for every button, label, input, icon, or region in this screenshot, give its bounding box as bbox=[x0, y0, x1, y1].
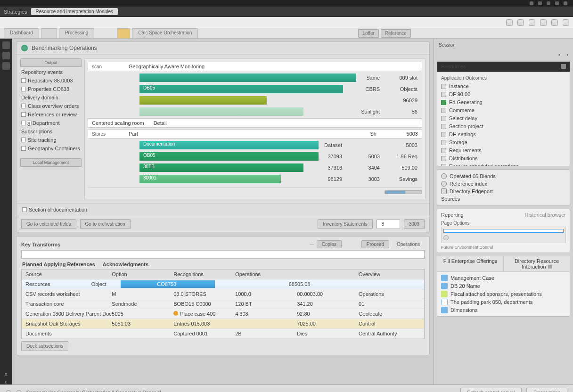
subtab[interactable]: Acknowledgments bbox=[103, 261, 148, 267]
doc-tab[interactable]: Calc Space Orchestration bbox=[132, 28, 198, 38]
tree-item[interactable]: Select delay bbox=[441, 115, 566, 122]
opt-checkbox[interactable]: Repository 88.0003 bbox=[20, 77, 82, 84]
doc-tab-icon[interactable] bbox=[41, 28, 57, 38]
circle-icon bbox=[441, 181, 447, 187]
activity-icon[interactable] bbox=[2, 52, 10, 59]
refresh-icon[interactable] bbox=[443, 235, 564, 241]
group-item[interactable]: Operated 05 Blends bbox=[441, 172, 566, 180]
footer-button[interactable]: Transactions bbox=[526, 388, 567, 392]
group-item[interactable]: Directory Edgeport bbox=[441, 188, 566, 195]
chart-bar: Documentation bbox=[139, 141, 319, 149]
rpanel-title: Resources bbox=[441, 64, 466, 69]
tree-item[interactable]: Commerce bbox=[441, 107, 566, 114]
subtab[interactable]: Planned Applying References bbox=[22, 261, 95, 267]
item-icon bbox=[441, 291, 448, 297]
output-button[interactable]: Output bbox=[20, 58, 82, 67]
tool-icon[interactable] bbox=[506, 19, 513, 26]
table-row[interactable]: Generation 0800 Delivery Parent Doc5005P… bbox=[22, 309, 424, 319]
group-item[interactable]: Reference index bbox=[441, 180, 566, 188]
table-row[interactable]: Snapshot Oak Storages5051.03Entries 015.… bbox=[22, 319, 424, 329]
sys-icon bbox=[555, 1, 559, 5]
rp3-tab[interactable]: Fill Enterprise Offerings bbox=[437, 256, 504, 271]
tree-item[interactable]: DH settings bbox=[441, 131, 566, 138]
footer-button[interactable]: Go to orchestration bbox=[80, 219, 131, 229]
rp2-title: Reporting bbox=[441, 212, 464, 218]
doc-tab-icon[interactable] bbox=[117, 28, 130, 38]
footer-button[interactable]: Inventory Statements bbox=[318, 219, 373, 229]
tool-icon[interactable] bbox=[529, 19, 535, 26]
footer-button[interactable]: Go to extended fields bbox=[21, 219, 76, 229]
tree-item[interactable]: Instance bbox=[441, 83, 566, 90]
table-header: SourceOptionRecognitionsOperationsOvervi… bbox=[22, 270, 424, 279]
title-bar: Strategies Resource and Interpretation M… bbox=[0, 7, 573, 17]
tool-icon[interactable] bbox=[551, 19, 558, 26]
opt-stepper[interactable]: 8Department bbox=[20, 120, 82, 126]
rp3-item[interactable]: Dimensions bbox=[441, 307, 566, 313]
table-row[interactable]: Transaction coreSendmodeBOBO15 C0000120 … bbox=[22, 299, 424, 309]
section-label: Session bbox=[437, 41, 570, 49]
doc-tab[interactable]: Loffer bbox=[358, 29, 378, 38]
rp3-tab[interactable]: Directory Resource Interaction bbox=[504, 256, 570, 271]
footer-button[interactable]: 3003 bbox=[404, 219, 425, 229]
chart-bar: DB05 bbox=[139, 85, 343, 93]
rp2-footer: Future Environment Control bbox=[441, 245, 566, 250]
rp2-link[interactable]: Historical browser bbox=[525, 212, 566, 218]
chart-bar: 30001 bbox=[139, 175, 281, 183]
panel2-chip[interactable]: Proceed bbox=[361, 240, 389, 248]
table-row[interactable]: CSV records worksheetM03.0 STORES1000.00… bbox=[22, 289, 424, 299]
rp3-item[interactable]: The padding park 050, departments bbox=[441, 299, 566, 305]
opt-checkbox[interactable]: Properties CO833 bbox=[20, 86, 82, 92]
rpanel-sub: Application Outcomes bbox=[441, 74, 566, 82]
opt-checkbox[interactable]: Geography Containers bbox=[20, 145, 82, 152]
search-input[interactable] bbox=[443, 229, 564, 233]
table-row[interactable]: ResourcesObjectCO875368505.08 bbox=[22, 279, 424, 289]
header-tab[interactable]: Resource and Interpretation Modules bbox=[31, 8, 118, 15]
opt-checkbox[interactable]: Site tracking bbox=[20, 137, 82, 143]
table-row[interactable]: DocumentsCaptured 00012BDiesCentral Auth… bbox=[22, 329, 424, 339]
sys-icon bbox=[538, 1, 542, 5]
collapse-icon[interactable] bbox=[561, 64, 566, 69]
tool-icon[interactable] bbox=[540, 19, 547, 26]
rp2-sub: Page Options bbox=[441, 220, 566, 227]
tree-item[interactable]: Distributions bbox=[441, 155, 566, 162]
circle-icon bbox=[441, 173, 447, 179]
local-mgmt-button[interactable]: Local Management bbox=[20, 158, 82, 167]
tree-item[interactable]: DF 90.00 bbox=[441, 91, 566, 98]
doc-tab[interactable]: Processing bbox=[59, 28, 94, 38]
panel2-chip[interactable]: Copies bbox=[317, 240, 342, 248]
dock-button[interactable]: Dock subsections bbox=[21, 341, 68, 351]
rp3-item[interactable]: Management Case bbox=[441, 275, 566, 281]
filter-input[interactable] bbox=[21, 250, 425, 259]
tree-item[interactable]: Execute scheduled operations bbox=[441, 163, 566, 166]
footer-checkbox[interactable]: Section of documentation bbox=[21, 206, 88, 213]
chart-title-label: scan bbox=[92, 64, 125, 69]
activity-label: 0 bbox=[5, 380, 7, 384]
doc-tab[interactable]: Dashboard bbox=[4, 28, 39, 38]
tool-icon[interactable] bbox=[517, 19, 524, 26]
chart-bar bbox=[139, 96, 267, 105]
tool-icon[interactable] bbox=[563, 19, 569, 26]
tree-item[interactable]: Storage bbox=[441, 139, 566, 146]
chart-title: Geographically Aware Monitoring bbox=[129, 64, 205, 69]
chart-subhead: Centered scaling room bbox=[92, 120, 144, 126]
tree-item[interactable]: Ed Generating bbox=[441, 99, 566, 106]
panel2-chip[interactable]: Operations bbox=[392, 241, 425, 248]
tree-item[interactable]: Section project bbox=[441, 123, 566, 130]
opt-checkbox[interactable]: References or review bbox=[20, 111, 82, 118]
footer-input[interactable] bbox=[377, 219, 400, 229]
activity-icon[interactable] bbox=[2, 62, 10, 70]
rp3-item[interactable]: DB 20 Name bbox=[441, 283, 566, 289]
footer-button[interactable]: Refresh control annual bbox=[460, 388, 522, 392]
rp3-item[interactable]: Fiscal attached sponsors, presentations bbox=[441, 291, 566, 297]
activity-icon[interactable] bbox=[2, 41, 10, 49]
tree-item[interactable]: Requirements bbox=[441, 147, 566, 154]
status-text: Companywise Geography Orchestration & Co… bbox=[26, 390, 161, 392]
opt-checkbox[interactable]: Class overview orders bbox=[20, 103, 82, 109]
panel-title: Benchmarking Operations bbox=[32, 45, 97, 51]
chart-area: scan Geographically Aware Monitoring Sam… bbox=[84, 58, 426, 199]
doc-tab[interactable]: Reference bbox=[381, 29, 411, 38]
opt-label: Delivery domain bbox=[20, 94, 82, 101]
doc-tabs: Dashboard Processing Calc Space Orchestr… bbox=[0, 28, 573, 39]
group-label: Sources bbox=[441, 195, 566, 203]
right-sidebar: Session •• Resources Application Outcome… bbox=[434, 39, 573, 384]
